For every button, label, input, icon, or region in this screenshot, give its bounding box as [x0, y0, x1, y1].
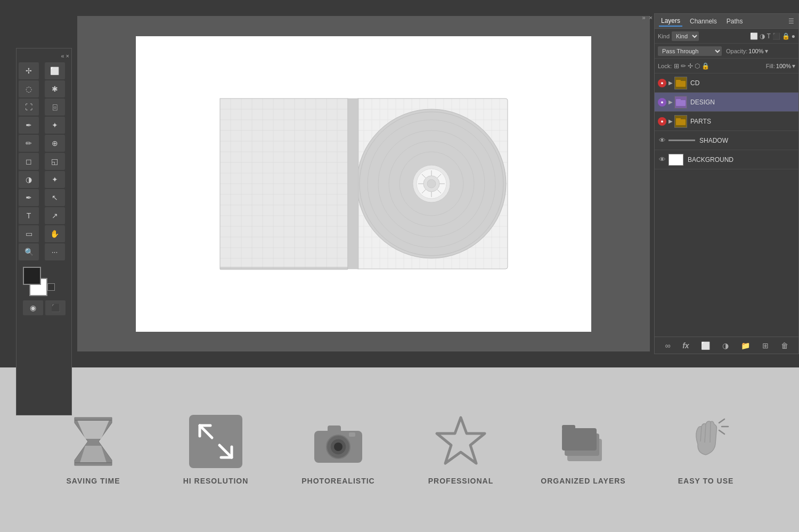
more-tool[interactable]: ···: [45, 243, 65, 260]
professional-label: PROFESSIONAL: [428, 477, 493, 485]
smudge-tool[interactable]: ✦: [45, 171, 65, 188]
filter-kind-select[interactable]: Kind: [672, 31, 699, 41]
screen-mode-btn[interactable]: ⬛: [45, 300, 66, 315]
type-tool[interactable]: T: [19, 207, 39, 224]
patch-tool[interactable]: ⌻: [45, 99, 65, 116]
fill-dropdown-icon[interactable]: ▾: [792, 62, 795, 70]
layer-visibility-background[interactable]: 👁: [658, 155, 666, 164]
tool-grid: ✢ ⬜ ◌ ✱ ⛶ ⌻ ✒ ✦ ✏ ⊕ ◻ ◱ ◑ ✦ ✒ ↖ T ↗: [19, 62, 69, 260]
layer-thumb-background: [668, 154, 683, 166]
delete-layer-btn[interactable]: 🗑: [781, 341, 788, 350]
dodge-tool[interactable]: ◑: [19, 171, 39, 188]
quick-mask-btn[interactable]: ◉: [23, 300, 43, 315]
organized-layers-icon: [557, 415, 610, 468]
layer-item-cd[interactable]: ● ▶ CD: [655, 73, 798, 93]
photoshop-workspace: « × ✢ ⬜ ◌ ✱ ⛶ ⌻ ✒ ✦ ✏ ⊕ ◻ ◱ ◑ ✦ ✒ ↖: [0, 0, 799, 367]
group-btn[interactable]: 📁: [741, 341, 750, 350]
left-toolbar: « × ✢ ⬜ ◌ ✱ ⛶ ⌻ ✒ ✦ ✏ ⊕ ◻ ◱ ◑ ✦ ✒ ↖: [16, 48, 72, 415]
hand-tool[interactable]: ✋: [45, 225, 65, 242]
layer-item-shadow[interactable]: 👁 SHADOW: [655, 131, 798, 150]
layer-arrow-design[interactable]: ▶: [668, 99, 673, 105]
fill-label: Fill:: [766, 63, 775, 69]
zoom-tool[interactable]: 🔍: [19, 243, 39, 260]
opacity-dropdown-icon[interactable]: ▾: [765, 47, 768, 55]
new-layer-btn[interactable]: ⊞: [762, 341, 769, 350]
shape-tool[interactable]: ▭: [19, 225, 39, 242]
foreground-color-swatch[interactable]: [23, 267, 41, 285]
clone-tool[interactable]: ⊕: [45, 135, 65, 152]
layer-visibility-shadow[interactable]: 👁: [658, 136, 666, 145]
toolbar-header: « ×: [19, 53, 69, 59]
lock-move-icon[interactable]: ✢: [688, 62, 693, 70]
panel-menu-btn[interactable]: ☰: [788, 18, 794, 25]
link-layers-btn[interactable]: ∞: [665, 341, 670, 350]
quick-select-tool[interactable]: ✱: [45, 80, 65, 97]
direct-select-tool[interactable]: ↗: [45, 207, 65, 224]
layer-visibility-cd[interactable]: ●: [658, 79, 666, 87]
tab-channels[interactable]: Channels: [688, 17, 719, 26]
svg-line-107: [710, 422, 711, 443]
layer-arrow-parts[interactable]: ▶: [668, 118, 673, 124]
lock-brush-icon[interactable]: ✏: [681, 62, 686, 70]
layer-thumb-cd: [674, 77, 687, 89]
mask-btn[interactable]: ⬜: [701, 341, 710, 350]
lock-checkerboard-icon[interactable]: ⊞: [674, 62, 679, 70]
filter-smart-icon[interactable]: 🔒: [782, 32, 790, 40]
tab-layers[interactable]: Layers: [659, 16, 682, 27]
path-select-tool[interactable]: ↖: [45, 189, 65, 206]
eraser-tool[interactable]: ◻: [19, 153, 39, 170]
marquee-tool[interactable]: ⬜: [45, 62, 65, 79]
brush-tool[interactable]: ✏: [19, 135, 39, 152]
fill-value[interactable]: 100%: [776, 63, 791, 69]
layer-item-parts[interactable]: ● ▶ PARTS: [655, 112, 798, 131]
layer-arrow-cd[interactable]: ▶: [668, 80, 673, 86]
svg-line-93: [219, 445, 232, 457]
canvas-area: [77, 16, 650, 351]
filter-icons: ⬜ ◑ T ⬛ 🔒 ●: [750, 32, 795, 40]
toolbar-collapse-btn[interactable]: « ×: [61, 53, 69, 59]
pen-tool[interactable]: ✒: [19, 189, 39, 206]
blend-opacity-row: Pass Through Opacity: 100% ▾: [655, 44, 798, 59]
move-tool[interactable]: ✢: [19, 62, 39, 79]
filter-adj-icon[interactable]: ◑: [760, 32, 765, 40]
tab-paths[interactable]: Paths: [724, 17, 745, 26]
layer-name-design: DESIGN: [690, 99, 715, 106]
fx-btn[interactable]: fx: [682, 341, 689, 350]
hi-resolution-label: HI RESOLUTION: [183, 477, 249, 485]
screen-mode-row: ◉ ⬛: [23, 300, 69, 315]
filter-toggle-icon[interactable]: ●: [792, 32, 795, 40]
filter-shape-icon[interactable]: ⬛: [772, 32, 780, 40]
feature-item-easy-to-use: EASY TO USE: [663, 415, 748, 485]
lasso-tool[interactable]: ◌: [19, 80, 39, 97]
photorealistic-label: PHOTOREALISTIC: [301, 477, 374, 485]
filter-pixel-icon[interactable]: ⬜: [750, 32, 758, 40]
svg-rect-82: [676, 80, 681, 82]
eyedropper-tool[interactable]: ✒: [19, 117, 39, 134]
collapse-btn[interactable]: »: [642, 14, 645, 21]
lock-row: Lock: ⊞ ✏ ✢ ⬡ 🔒 Fill: 100% ▾: [655, 59, 798, 73]
heal-tool[interactable]: ✦: [45, 117, 65, 134]
layer-thumb-design: [674, 96, 687, 109]
lock-artboard-icon[interactable]: ⬡: [695, 62, 700, 70]
easy-to-use-label: EASY TO USE: [678, 477, 734, 485]
lock-all-icon[interactable]: 🔒: [702, 62, 710, 70]
adjustment-btn[interactable]: ◑: [722, 341, 729, 350]
layer-visibility-parts[interactable]: ●: [658, 117, 666, 126]
layer-item-background[interactable]: 👁 BACKGROUND: [655, 150, 798, 169]
feature-item-hi-resolution: HI RESOLUTION: [173, 415, 258, 485]
svg-rect-99: [349, 432, 355, 437]
crop-tool[interactable]: ⛶: [19, 99, 39, 116]
filter-type-icon[interactable]: T: [767, 32, 770, 40]
gradient-tool[interactable]: ◱: [45, 153, 65, 170]
layer-thumb-shadow: [668, 140, 695, 141]
close-panel-btn[interactable]: ×: [649, 14, 653, 21]
blend-mode-select[interactable]: Pass Through: [658, 46, 722, 56]
layer-name-shadow: SHADOW: [699, 137, 728, 144]
layer-item-design[interactable]: ● ▶ DESIGN: [655, 93, 798, 112]
lock-label: Lock:: [658, 63, 672, 69]
organized-layers-label: ORGANIZED LAYERS: [541, 477, 625, 485]
layer-thumb-parts: [674, 115, 687, 128]
layer-visibility-design[interactable]: ●: [658, 98, 666, 107]
opacity-value[interactable]: 100%: [748, 48, 763, 54]
swap-colors-icon[interactable]: [47, 283, 55, 291]
